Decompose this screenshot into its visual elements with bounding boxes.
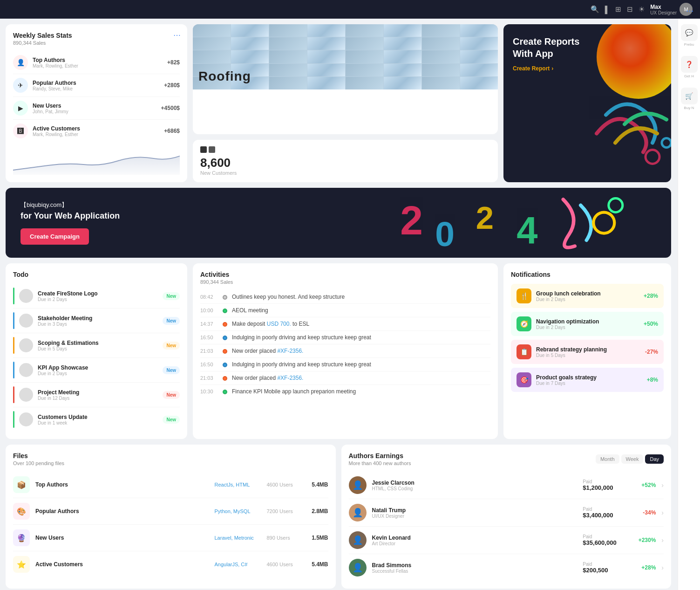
todo-item-due: Due in 12 Days [38, 396, 158, 401]
period-month-button[interactable]: Month [596, 454, 619, 464]
file-icon: 🔮 [13, 529, 30, 546]
todo-info: Project Meeting Due in 12 Days [38, 389, 158, 401]
todo-avatar [19, 412, 33, 426]
stat-name: Popular Authors [33, 80, 159, 86]
activity-text: Indulging in poorly driving and keep str… [232, 334, 490, 341]
notification-item[interactable]: 🧭 Navigation optimization Due in 2 Days … [511, 312, 664, 336]
side-panel-label: Prebu [684, 42, 694, 47]
create-campaign-button[interactable]: Create Campaign [20, 228, 89, 245]
create-reports-card: Create Reports With App Create Report › [503, 24, 671, 182]
todo-bar [13, 411, 14, 428]
file-name: Popular Authors [35, 508, 209, 515]
activities-header: Activities 890,344 Sales ⋯ [200, 271, 490, 285]
file-name: New Users [35, 535, 209, 541]
stat-icon: ▶ [13, 101, 28, 116]
activity-text: Finance KPI Mobile app launch preparion … [232, 388, 490, 395]
files-title: Files [13, 452, 64, 460]
side-panel-item-buy[interactable]: 🛒 Buy N [681, 88, 698, 110]
weekly-sales-menu[interactable]: ⋯ [173, 31, 181, 40]
notif-due: Due in 2 Days [536, 325, 639, 330]
activity-item: 16:50 Indulging in poorly driving and ke… [200, 331, 490, 344]
todo-badge: New [163, 317, 180, 325]
todo-info: Stakeholder Meeting Due in 3 Days [38, 315, 158, 327]
row-3: Files Over 100 pending files ⋯ 📦 Top Aut… [6, 445, 671, 589]
notification-item[interactable]: 📋 Rebrand strategy planning Due in 5 Day… [511, 340, 664, 364]
stat-info: Active Customers Mark, Rowling, Esther [33, 125, 159, 137]
todo-item: Create FireStone Logo Due in 2 Days New [13, 284, 180, 309]
file-users: 4600 Users [267, 562, 299, 567]
row-1: Weekly Sales Stats 890,344 Sales ⋯ 👤 Top… [6, 24, 671, 182]
earning-amount: $200,500 [583, 567, 625, 574]
activity-dot [223, 309, 227, 313]
earnings-subtitle: More than 400 new authors [349, 460, 411, 466]
user-role: UX Designer [650, 10, 677, 15]
todo-info: KPI App Showcase Due in 2 Days [38, 364, 158, 376]
side-panel-item-help[interactable]: ❓ Get H [681, 56, 698, 78]
weekly-stat-row: 👤 Top Authors Mark, Rowling, Esther +82$ [13, 51, 180, 74]
todo-badge: New [163, 292, 180, 300]
earning-paid-label: Paid [583, 479, 625, 484]
todo-avatar [19, 289, 33, 303]
file-users: 890 Users [267, 535, 299, 541]
activity-text: Outlines keep you honest. And keep struc… [232, 294, 490, 300]
nc-square-dark [200, 146, 207, 153]
file-tech: AngularJS, C# [215, 562, 261, 567]
notif-name: Rebrand strategy planning [536, 346, 640, 353]
earning-info: Kevin Leonard Art Director [372, 535, 578, 546]
notif-value: +50% [644, 321, 658, 327]
user-name: Max [650, 4, 677, 10]
notification-item[interactable]: 🍴 Group lunch celebration Due in 2 Days … [511, 284, 664, 308]
file-tech: Python, MySQL [215, 508, 261, 514]
activity-item: 21:03 New order placed #XF-2356. [200, 344, 490, 358]
grid-icon[interactable]: ⊟ [627, 5, 633, 14]
earning-name: Natali Trump [372, 507, 578, 514]
file-item: 🎨 Popular Authors Python, MySQL 7200 Use… [13, 498, 328, 525]
todo-item-due: Due in 2 Days [38, 371, 158, 376]
notification-item[interactable]: 🎯 Product goals strategy Due in 7 Days +… [511, 368, 664, 392]
activity-item: 14:37 Make deposit USD 700. to ESL [200, 317, 490, 331]
earning-role: Successful Fellas [372, 569, 578, 574]
earning-arrow-icon[interactable]: › [661, 481, 664, 489]
notif-icon: 🎯 [517, 372, 531, 387]
search-icon[interactable]: 🔍 [591, 5, 599, 14]
brightness-icon[interactable]: ☀ [639, 5, 645, 14]
stat-name: Active Customers [33, 125, 159, 132]
stat-authors: Mark, Rowling, Esther [33, 63, 163, 69]
activity-text: Make deposit USD 700. to ESL [232, 321, 490, 327]
notifications-title: Notifications [511, 271, 550, 278]
notif-icon: 🧭 [517, 316, 531, 331]
activity-dot [223, 322, 227, 327]
activity-link-2[interactable]: #XF-2356. [277, 348, 303, 354]
period-day-button[interactable]: Day [645, 454, 664, 464]
notifications-list: 🍴 Group lunch celebration Due in 2 Days … [511, 284, 664, 392]
todo-bar [13, 312, 14, 329]
create-report-link[interactable]: Create Report › [513, 65, 553, 72]
files-menu[interactable]: ⋯ [686, 7, 693, 15]
weekly-sales-header: Weekly Sales Stats 890,344 Sales ⋯ [13, 32, 180, 46]
activity-link-2[interactable]: #XF-2356. [277, 375, 303, 381]
stat-icon: ✈ [13, 78, 28, 93]
earning-arrow-icon[interactable]: › [661, 509, 664, 516]
activity-link[interactable]: USD 700. [267, 321, 291, 327]
file-name: Active Customers [35, 561, 209, 568]
activity-dot [223, 349, 227, 354]
earning-avatar: 👤 [349, 531, 367, 549]
file-item: ⭐ Active Customers AngularJS, C# 4600 Us… [13, 551, 328, 577]
earning-arrow-icon[interactable]: › [661, 536, 664, 544]
activity-dot [223, 390, 227, 394]
side-panel-item-prebu[interactable]: 💬 Prebu [681, 24, 698, 47]
weekly-stat-row: 🅱 Active Customers Mark, Rowling, Esther… [13, 120, 180, 142]
activity-text: Indulging in poorly driving and keep str… [232, 361, 490, 368]
todo-item-name: KPI App Showcase [38, 364, 158, 371]
earning-paid-col: Paid $200,500 [583, 562, 625, 574]
period-week-button[interactable]: Week [621, 454, 644, 464]
earning-avatar: 👤 [349, 476, 367, 494]
file-size: 5.4MB [305, 481, 328, 488]
earnings-title: Authors Earnings [349, 452, 411, 460]
earning-arrow-icon[interactable]: › [661, 564, 664, 571]
stat-value: +4500$ [161, 105, 180, 111]
todo-info: Scoping & Estimations Due in 5 Days [38, 340, 158, 351]
apps-icon[interactable]: ⊞ [615, 5, 621, 14]
weekly-stats-list: 👤 Top Authors Mark, Rowling, Esther +82$… [13, 51, 180, 142]
svg-point-0 [646, 150, 659, 164]
